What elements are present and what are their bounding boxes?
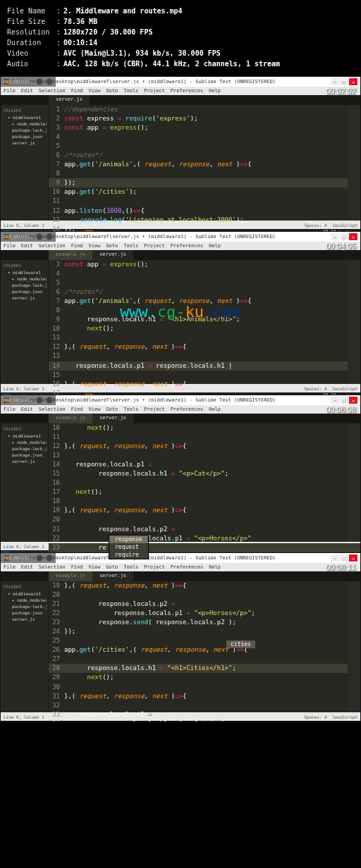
code-line[interactable]: 30 [49, 683, 360, 692]
menu-project[interactable]: Project [144, 88, 165, 94]
code-line[interactable]: 17 next(); [49, 488, 360, 497]
code-line[interactable]: 22 response.locals.p1 + "<p>Horses</p>" [49, 534, 360, 543]
minimize-button[interactable]: ─ [331, 233, 339, 240]
code-content[interactable]: response.send( response.locals.p2 ); [64, 618, 236, 627]
code-editor[interactable]: 19},( request, response, next )=>{2021 r… [49, 581, 360, 712]
menu-tools[interactable]: Tools [123, 243, 138, 249]
maximize-button[interactable]: ▢ [340, 233, 348, 240]
menu-find[interactable]: Find [71, 564, 83, 570]
code-line[interactable]: 5 [49, 278, 360, 287]
rec-pause-icon[interactable] [36, 554, 43, 562]
code-content[interactable]: response.locals.p1 = [64, 460, 152, 469]
maximize-button[interactable]: ▢ [340, 397, 348, 404]
code-line[interactable]: 19},( request, response, next )=>{ [49, 506, 360, 515]
code-line[interactable]: 10 next(); [49, 324, 360, 333]
code-line[interactable]: 22 response.locals.p1 + "<p>Horses</p>"; [49, 609, 360, 618]
code-line[interactable]: 10 next(); [49, 423, 360, 433]
sidebar-item[interactable]: ▾ middleware1 [2, 590, 47, 597]
minimap[interactable] [348, 581, 360, 712]
menu-view[interactable]: View [89, 564, 101, 570]
rec-stop-icon[interactable] [46, 554, 53, 562]
minimap[interactable] [348, 423, 360, 542]
menu-preferences[interactable]: Preferences [171, 243, 203, 249]
menu-selection[interactable]: Selection [39, 407, 66, 412]
code-content[interactable]: }); [64, 178, 75, 187]
code-line[interactable]: 26app.get('/cities',( request, response,… [49, 645, 360, 655]
menu-edit[interactable]: Edit [21, 407, 33, 412]
code-line[interactable]: 9}); [49, 178, 360, 187]
code-line[interactable]: 16 [49, 478, 360, 488]
code-line[interactable]: 9 response.locals.h1 = "<h1>Animals</h1>… [49, 315, 360, 324]
rec-pause-icon[interactable] [36, 397, 43, 404]
code-line[interactable]: 3const app = express(); [49, 123, 360, 132]
code-content[interactable]: }); [64, 627, 75, 636]
code-line[interactable]: 3const app = express(); [49, 260, 360, 269]
autocomplete-item[interactable]: response [109, 535, 148, 543]
code-line[interactable]: 16},( request, response, next )=>{ [49, 380, 360, 389]
code-content[interactable]: const express = require('express'); [64, 114, 198, 123]
code-content[interactable]: },( request, response, next )=>{ [64, 380, 186, 389]
sidebar-item[interactable]: package.json [2, 452, 47, 458]
sidebar-item[interactable]: package-lock.json [2, 282, 47, 288]
menu-edit[interactable]: Edit [21, 564, 33, 570]
sidebar-item[interactable]: package.json [2, 133, 47, 140]
code-content[interactable]: },( request, response, next )=>{ [64, 581, 186, 590]
menu-file[interactable]: File [4, 88, 16, 94]
rec-stop-icon[interactable] [46, 233, 53, 240]
code-line[interactable]: 25 [49, 636, 360, 645]
code-line[interactable]: 20 [49, 590, 360, 600]
code-line[interactable]: 13 [49, 451, 360, 460]
menu-selection[interactable]: Selection [39, 243, 66, 249]
code-content[interactable]: /*routes*/ [64, 287, 102, 297]
sidebar-item[interactable]: package.json [2, 288, 47, 294]
menu-view[interactable]: View [89, 243, 101, 249]
menu-preferences[interactable]: Preferences [171, 88, 203, 94]
code-content[interactable]: const app = express(); [64, 260, 148, 269]
code-content[interactable]: },( request, response, next )=>{ [64, 342, 186, 352]
code-line[interactable]: 34 response.locals.h1 + "<p>Cat</p>"; [49, 719, 360, 721]
tab-inactive[interactable]: example.js [49, 571, 92, 581]
minimap[interactable] [348, 260, 360, 384]
code-line[interactable]: 15 response.locals.h1 + "<p>Cat</p>"; [49, 469, 360, 478]
code-line[interactable]: 18 [49, 497, 360, 506]
menu-preferences[interactable]: Preferences [171, 564, 203, 570]
menu-preferences[interactable]: Preferences [171, 407, 203, 412]
sidebar-item[interactable]: ▸ node_modules [2, 120, 47, 127]
menu-edit[interactable]: Edit [21, 243, 33, 249]
menu-help[interactable]: Help [209, 243, 221, 249]
code-line[interactable]: 10app.get('/cities'); [49, 187, 360, 197]
sidebar-item[interactable]: package-lock.json [2, 445, 47, 452]
code-line[interactable]: 29 next(); [49, 673, 360, 682]
code-content[interactable]: next(); [64, 673, 114, 682]
autocomplete-item[interactable]: request [109, 543, 148, 551]
code-content[interactable]: app.get('/cities'); [64, 187, 137, 197]
minimap[interactable] [348, 105, 360, 221]
menu-selection[interactable]: Selection [39, 564, 66, 570]
code-line[interactable]: 20 [49, 515, 360, 524]
code-content[interactable]: response.locals.p2 = [64, 600, 175, 609]
code-line[interactable]: 14 response.locals.p1 = response.locals.… [49, 361, 360, 371]
menu-find[interactable]: Find [71, 407, 83, 412]
code-line[interactable]: 14 response.locals.p1 = [49, 460, 360, 469]
code-content[interactable]: app.listen(3000,()=>{ [64, 206, 145, 216]
code-line[interactable]: 4 [49, 132, 360, 142]
code-line[interactable]: 6/*routes*/ [49, 287, 360, 297]
code-content[interactable]: response.locals.h1 = "<h1>Cities</h1>"; [64, 664, 236, 673]
code-line[interactable]: 12},( request, response, next )=>{ [49, 342, 360, 352]
menu-view[interactable]: View [89, 88, 101, 94]
tab-inactive[interactable]: example.js [49, 414, 92, 423]
menu-project[interactable]: Project [144, 564, 165, 570]
menu-edit[interactable]: Edit [21, 88, 33, 94]
code-editor[interactable]: 3const app = express();456/*routes*/7app… [49, 260, 360, 384]
menu-find[interactable]: Find [71, 88, 83, 94]
menu-help[interactable]: Help [209, 407, 221, 412]
menu-help[interactable]: Help [209, 88, 221, 94]
code-content[interactable]: response.locals.p2 = [64, 525, 175, 534]
code-content[interactable]: console.log('Listening at localhost:3000… [64, 216, 244, 225]
menu-goto[interactable]: Goto [106, 88, 118, 94]
code-line[interactable]: 23 re [49, 543, 360, 552]
code-content[interactable]: },( request, response, next )=>{ [64, 442, 186, 451]
code-line[interactable]: 8 [49, 169, 360, 178]
sidebar-item[interactable]: package.json [2, 609, 47, 616]
code-line[interactable]: 28 response.locals.h1 = "<h1>Cities</h1>… [49, 664, 360, 673]
